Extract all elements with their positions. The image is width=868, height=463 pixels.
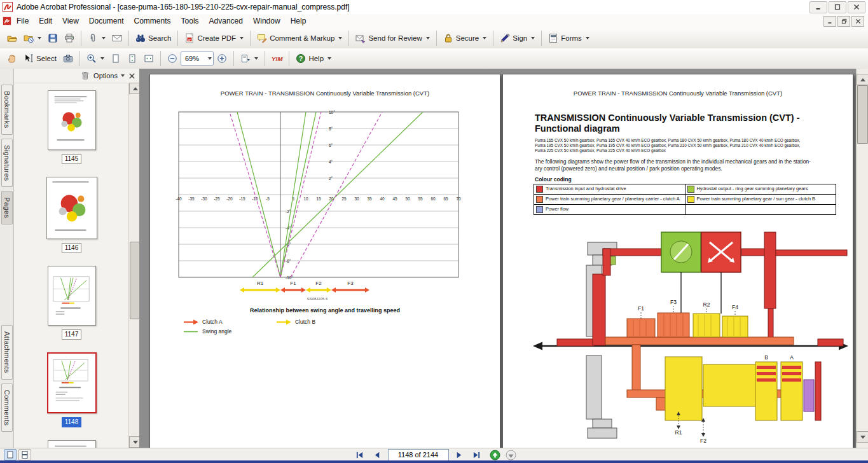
- thumbnail-page-number[interactable]: 1145: [62, 154, 82, 164]
- svg-text:10: 10: [303, 197, 308, 201]
- print-button[interactable]: [61, 31, 78, 46]
- organizer-button[interactable]: [20, 31, 45, 46]
- close-button[interactable]: [848, 1, 865, 13]
- doc-minimize-button[interactable]: [823, 16, 836, 27]
- body-paragraph: The following diagrams show the power fl…: [535, 158, 835, 172]
- svg-text:F3: F3: [347, 280, 354, 286]
- menu-file[interactable]: File: [11, 15, 34, 27]
- page-navigation: [352, 448, 516, 461]
- toolbar-separator: [541, 31, 542, 46]
- document-scrollbar-thumb[interactable]: [857, 85, 868, 144]
- maximize-button[interactable]: [829, 1, 846, 13]
- menu-edit[interactable]: Edit: [34, 15, 57, 27]
- tab-signatures[interactable]: Signatures: [1, 139, 13, 188]
- thumbnail-page-number[interactable]: 1146: [62, 243, 82, 253]
- page-number-input[interactable]: [388, 449, 449, 461]
- zoom-tool-button[interactable]: [83, 51, 107, 66]
- thumbnail-scrollbar[interactable]: [128, 83, 139, 448]
- menu-document[interactable]: Document: [84, 15, 129, 27]
- doc-restore-button[interactable]: [837, 16, 850, 27]
- tab-pages[interactable]: Pages: [1, 191, 13, 225]
- actual-size-button[interactable]: [107, 51, 124, 66]
- scroll-down-button[interactable]: [857, 431, 868, 443]
- thumbnail-page-1147[interactable]: 1147: [48, 266, 96, 340]
- options-menu-button[interactable]: Options: [93, 72, 125, 79]
- fit-page-button[interactable]: [124, 51, 141, 66]
- svg-text:-15: -15: [239, 197, 245, 201]
- email-button[interactable]: [109, 31, 125, 46]
- delete-page-trash-icon[interactable]: [81, 71, 90, 80]
- zoom-level-combobox[interactable]: 69%: [181, 52, 214, 66]
- coding-label: Transmission input and hydrostat drive: [546, 186, 626, 191]
- thumbnail-page-1146[interactable]: 1146: [46, 177, 97, 253]
- svg-text:F1: F1: [290, 280, 296, 286]
- minimize-button[interactable]: [809, 1, 827, 13]
- open-button[interactable]: [4, 31, 20, 46]
- coding-cell-power-flow: Power flow: [534, 205, 685, 214]
- continuous-layout-button[interactable]: [18, 449, 31, 460]
- forms-button[interactable]: Forms: [545, 31, 593, 46]
- hand-tool-button[interactable]: [4, 51, 20, 66]
- menu-advanced[interactable]: Advanced: [204, 15, 248, 27]
- menu-comments[interactable]: Comments: [129, 15, 176, 27]
- forms-page-icon: [548, 33, 558, 43]
- svg-text:55: 55: [418, 197, 423, 201]
- comment-markup-button[interactable]: Comment & Markup: [254, 31, 345, 46]
- create-pdf-button[interactable]: Create PDF: [181, 31, 247, 46]
- previous-page-button[interactable]: [370, 448, 385, 461]
- svg-text:60: 60: [431, 197, 436, 201]
- thumbnail-page-1145[interactable]: 1145: [48, 90, 96, 164]
- thumbnail-page-1148-selected[interactable]: 1148: [47, 352, 97, 427]
- single-page-layout-button[interactable]: [4, 449, 17, 460]
- send-for-review-button[interactable]: Send for Review: [352, 31, 432, 46]
- help-badge-icon: ?: [296, 53, 306, 64]
- tab-comments[interactable]: Comments: [1, 384, 13, 432]
- zoom-out-button[interactable]: [164, 51, 181, 66]
- svg-text:35: 35: [367, 197, 372, 201]
- save-button[interactable]: [45, 31, 61, 46]
- options-caret-icon: [121, 74, 125, 77]
- scroll-up-button[interactable]: [857, 74, 868, 85]
- document-scrollbar[interactable]: [856, 69, 868, 448]
- thumbnail-page-partial[interactable]: [48, 440, 96, 448]
- menu-help[interactable]: Help: [286, 15, 312, 27]
- search-button[interactable]: Search: [132, 31, 174, 46]
- first-page-button[interactable]: [352, 448, 368, 461]
- panel-close-icon[interactable]: [128, 73, 135, 79]
- next-page-icon: [455, 451, 463, 459]
- menu-tools[interactable]: Tools: [176, 15, 204, 27]
- select-tool-button[interactable]: Select: [20, 51, 60, 66]
- menu-view[interactable]: View: [57, 15, 84, 27]
- chart-legend: Clutch A Clutch B Swing angle: [183, 319, 369, 338]
- minimize-icon: [815, 4, 822, 10]
- thumbnail-page-number-selected[interactable]: 1148: [62, 417, 82, 427]
- fit-width-button[interactable]: [141, 51, 157, 66]
- create-pdf-label: Create PDF: [197, 34, 236, 42]
- next-page-button[interactable]: [451, 448, 467, 461]
- yahoo-messenger-button[interactable]: Y!M: [268, 53, 286, 65]
- menu-window[interactable]: Window: [248, 15, 286, 27]
- thumbnail-page-number[interactable]: 1147: [62, 329, 82, 340]
- legend-item-swing-angle: Swing angle: [183, 328, 276, 335]
- next-view-button[interactable]: [506, 450, 516, 460]
- last-page-button[interactable]: [469, 448, 485, 461]
- secure-button[interactable]: Secure: [440, 31, 490, 46]
- legend-label: Clutch B: [295, 319, 315, 325]
- section-title: TRANSMISSION Continuously Variable Trans…: [535, 113, 800, 134]
- previous-view-button[interactable]: [490, 450, 500, 460]
- doc-close-button[interactable]: [851, 16, 864, 27]
- sign-button[interactable]: Sign: [497, 31, 538, 46]
- secure-lock-icon: [443, 33, 453, 43]
- page-display-button[interactable]: [237, 51, 261, 66]
- svg-text:-25: -25: [214, 197, 220, 201]
- zoom-in-button[interactable]: [214, 51, 230, 66]
- help-button[interactable]: ?Help: [293, 51, 334, 66]
- tab-attachments[interactable]: Attachments: [1, 325, 13, 380]
- snapshot-button[interactable]: [60, 51, 76, 66]
- page-right-header: POWER TRAIN - TRANSMISSION Continuously …: [503, 90, 853, 97]
- diagram-label-r2: R2: [703, 301, 710, 308]
- toolbar-separator: [265, 51, 265, 66]
- tab-bookmarks[interactable]: Bookmarks: [1, 85, 13, 135]
- scroll-down-icon: [860, 436, 865, 439]
- attach-button[interactable]: [85, 31, 109, 46]
